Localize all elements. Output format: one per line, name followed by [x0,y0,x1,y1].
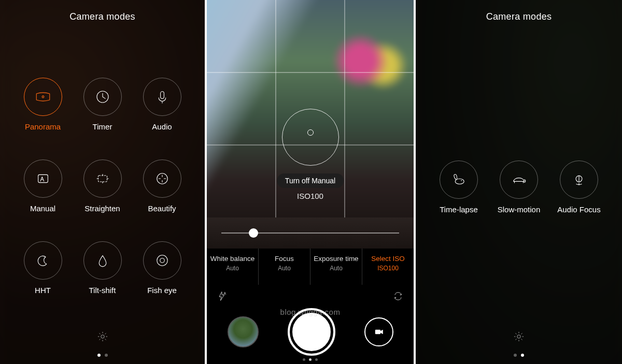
turtle-icon [510,171,528,188]
mode-audio[interactable]: Audio [132,78,192,131]
bottom-bar: A [207,285,414,364]
manual-params-row: White balance Auto Focus Auto Exposure t… [207,249,414,285]
svg-point-8 [101,335,104,339]
svg-point-14 [517,335,521,339]
svg-point-7 [160,258,164,263]
param-exposure-time[interactable]: Exposure time Auto [310,249,362,285]
mode-straighten[interactable]: Straighten [73,159,132,213]
page-title: Camera modes [0,11,205,22]
mode-fish-eye[interactable]: Fish eye [132,241,192,295]
mode-label: Beautify [132,204,192,213]
beautify-icon [153,170,171,187]
page-indicator [207,358,414,361]
mode-label: Slow-motion [489,205,549,214]
svg-point-0 [42,96,44,98]
switch-camera-icon [392,290,404,302]
mode-hht[interactable]: HHT [13,241,73,295]
mode-label: Audio [132,122,192,131]
mode-slow-motion[interactable]: Slow-motion [489,161,549,214]
page-dot [514,354,517,357]
param-focus[interactable]: Focus Auto [259,249,310,285]
video-mode-button[interactable] [364,317,393,346]
mode-label: Straighten [73,204,132,213]
turn-off-manual-button[interactable]: Turn off Manual [277,173,344,188]
param-value: Auto [210,265,255,272]
param-white-balance[interactable]: White balance Auto [207,249,259,285]
mode-label: Time-lapse [429,205,489,214]
mode-tilt-shift[interactable]: Tilt-shift [73,241,132,295]
svg-rect-4 [98,176,107,182]
mode-grid: Panorama Timer Audio Manual Straighten B… [0,78,205,295]
flash-auto-button[interactable]: A [216,290,229,304]
page-dot [105,354,108,357]
mode-label: Panorama [13,122,73,131]
param-label: Select ISO [365,255,411,263]
svg-rect-10 [375,330,380,334]
mode-label: HHT [13,286,73,295]
flash-auto-icon: A [216,290,229,302]
param-label: Focus [262,255,307,263]
audio-focus-icon [570,171,588,188]
param-label: Exposure time [314,255,359,263]
page-dot [315,358,318,361]
gear-icon [512,330,526,343]
page-dot [303,358,305,361]
page-dot [309,358,312,361]
mode-audio-focus[interactable]: Audio Focus [549,161,609,214]
param-value: ISO100 [365,265,411,272]
rabbit-icon [450,171,468,188]
mode-grid: Time-lapse Slow-motion Audio Focus [416,161,622,214]
droplet-icon [94,252,111,269]
svg-point-11 [455,179,464,184]
svg-point-6 [157,255,167,266]
mode-beautify[interactable]: Beautify [132,159,192,213]
mode-label: Manual [13,204,73,213]
switch-camera-button[interactable] [392,290,404,304]
shutter-button[interactable] [290,310,333,354]
mode-label: Audio Focus [549,205,609,214]
gallery-thumbnail[interactable] [228,316,259,347]
viewfinder[interactable]: Turn off Manual ISO100 [207,0,414,217]
slider-thumb[interactable] [249,228,258,238]
iso-slider[interactable] [221,232,399,234]
page-dot [521,354,524,357]
mode-timer[interactable]: Timer [73,78,132,131]
manual-icon [34,170,52,187]
camera-modes-panel-1: Camera modes Panorama Timer Audio Manual… [0,0,205,364]
camera-viewfinder-panel: Turn off Manual ISO100 White balance Aut… [207,0,414,364]
settings-button[interactable] [416,330,622,343]
camera-modes-panel-2: Camera modes Time-lapse Slow-motion Audi… [416,0,622,364]
focus-ring[interactable] [282,109,339,166]
timer-icon [94,88,111,106]
panorama-icon [34,88,52,106]
svg-text:A: A [223,292,226,295]
iso-slider-row [207,217,414,249]
param-value: Auto [262,265,307,272]
page-indicator [416,354,622,357]
page-dot [97,354,101,357]
page-title: Camera modes [416,11,622,22]
fisheye-icon [153,252,171,269]
microphone-icon [153,88,171,106]
settings-button[interactable] [0,330,205,343]
gear-icon [96,330,109,343]
video-icon [373,326,385,338]
mode-time-lapse[interactable]: Time-lapse [429,161,489,214]
mode-label: Fish eye [132,286,192,295]
page-indicator [0,354,205,357]
iso-readout: ISO100 [297,192,323,200]
straighten-icon [94,170,111,187]
svg-point-12 [461,180,462,181]
mode-label: Timer [73,122,132,131]
param-value: Auto [314,265,359,272]
svg-rect-2 [160,92,164,99]
moon-icon [34,252,52,269]
mode-manual[interactable]: Manual [13,159,73,213]
param-select-iso[interactable]: Select ISO ISO100 [362,249,414,285]
mode-panorama[interactable]: Panorama [13,78,73,131]
mode-label: Tilt-shift [73,286,132,295]
param-label: White balance [210,255,255,263]
